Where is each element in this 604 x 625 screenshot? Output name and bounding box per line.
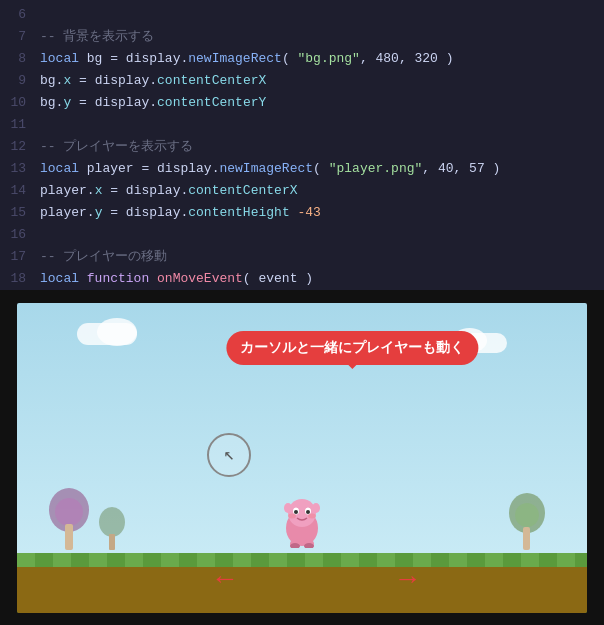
line-content: local player = display.newImageRect( "pl… xyxy=(40,158,604,180)
token: contentCenterX xyxy=(157,73,266,88)
code-line: 17-- プレイヤーの移動 xyxy=(0,246,604,268)
token: "bg.png" xyxy=(297,51,359,66)
cloud-2 xyxy=(97,318,137,346)
token: bg xyxy=(40,95,56,110)
line-number: 8 xyxy=(0,48,40,70)
ground-dirt xyxy=(17,567,587,613)
svg-point-14 xyxy=(284,503,292,513)
token: display xyxy=(95,73,150,88)
line-number: 14 xyxy=(0,180,40,202)
svg-point-13 xyxy=(306,510,310,514)
svg-point-9 xyxy=(288,499,316,527)
token: -- 背景を表示する xyxy=(40,29,154,44)
token: local xyxy=(40,271,87,286)
token: ( xyxy=(282,51,298,66)
line-number: 13 xyxy=(0,158,40,180)
token: = xyxy=(102,205,125,220)
code-editor: 67-- 背景を表示する8local bg = display.newImage… xyxy=(0,0,604,290)
token: bg xyxy=(87,51,103,66)
code-line: 8local bg = display.newImageRect( "bg.pn… xyxy=(0,48,604,70)
line-number: 10 xyxy=(0,92,40,114)
line-content: player.x = display.contentCenterX xyxy=(40,180,604,202)
token: display xyxy=(126,205,181,220)
token: . xyxy=(87,205,95,220)
line-number: 12 xyxy=(0,136,40,158)
token: = xyxy=(71,73,94,88)
code-line: 10bg.y = display.contentCenterY xyxy=(0,92,604,114)
callout-text: カーソルと一緒にプレイヤーも動く xyxy=(240,339,464,355)
svg-point-20 xyxy=(288,513,296,518)
token: local xyxy=(40,161,87,176)
code-line: 9bg.x = display.contentCenterX xyxy=(0,70,604,92)
player-svg xyxy=(281,493,323,548)
callout-bubble: カーソルと一緒にプレイヤーも動く xyxy=(226,331,478,365)
player-character xyxy=(281,493,323,553)
token: . xyxy=(87,183,95,198)
svg-rect-2 xyxy=(65,524,73,550)
ground xyxy=(17,553,587,613)
bg-tree-small xyxy=(97,500,127,555)
code-line: 14player.x = display.contentCenterX xyxy=(0,180,604,202)
line-content: player.y = display.contentHeight -43 xyxy=(40,202,604,224)
token: newImageRect xyxy=(219,161,313,176)
token: = xyxy=(102,51,125,66)
token: display xyxy=(126,51,181,66)
svg-rect-5 xyxy=(523,527,530,550)
token: display xyxy=(157,161,212,176)
cursor-icon: ↖ xyxy=(224,443,235,465)
code-lines: 67-- 背景を表示する8local bg = display.newImage… xyxy=(0,0,604,290)
token: local xyxy=(40,51,87,66)
code-line: 18local function onMoveEvent( event ) xyxy=(0,268,604,290)
line-content: local function onMoveEvent( event ) xyxy=(40,268,604,290)
token: display xyxy=(95,95,150,110)
token: , 480, 320 ) xyxy=(360,51,454,66)
line-number: 18 xyxy=(0,268,40,290)
token: = xyxy=(71,95,94,110)
svg-rect-7 xyxy=(109,534,115,550)
token: , 40, 57 ) xyxy=(422,161,500,176)
token: = xyxy=(134,161,157,176)
token: "player.png" xyxy=(329,161,423,176)
line-number: 9 xyxy=(0,70,40,92)
line-content: -- 背景を表示する xyxy=(40,26,604,48)
svg-point-4 xyxy=(515,503,539,527)
code-line: 15player.y = display.contentHeight -43 xyxy=(0,202,604,224)
ground-grass xyxy=(17,553,587,567)
line-content: local bg = display.newImageRect( "bg.png… xyxy=(40,48,604,70)
token: ( event ) xyxy=(243,271,313,286)
arrow-right-indicator: → xyxy=(399,564,416,595)
token: bg xyxy=(40,73,56,88)
bg-mushroom-right xyxy=(507,485,547,555)
token: contentCenterY xyxy=(157,95,266,110)
svg-point-15 xyxy=(312,503,320,513)
svg-point-12 xyxy=(294,510,298,514)
code-line: 6 xyxy=(0,4,604,26)
game-canvas: カーソルと一緒にプレイヤーも動く ↖ xyxy=(17,303,587,613)
token: contentCenterX xyxy=(188,183,297,198)
line-number: 17 xyxy=(0,246,40,268)
token: contentHeight xyxy=(188,205,289,220)
token: ( xyxy=(313,161,329,176)
svg-point-21 xyxy=(308,513,316,518)
token: . xyxy=(149,73,157,88)
token: player xyxy=(87,161,134,176)
line-content: bg.y = display.contentCenterY xyxy=(40,92,604,114)
code-line: 7-- 背景を表示する xyxy=(0,26,604,48)
token: -43 xyxy=(290,205,321,220)
svg-point-1 xyxy=(55,498,83,526)
code-line: 12-- プレイヤーを表示する xyxy=(0,136,604,158)
code-line: 16 xyxy=(0,224,604,246)
code-line: 11 xyxy=(0,114,604,136)
code-line: 13local player = display.newImageRect( "… xyxy=(0,158,604,180)
token: player xyxy=(40,183,87,198)
cursor-indicator: ↖ xyxy=(207,433,251,477)
arrow-left-indicator: ← xyxy=(217,564,234,595)
token: function xyxy=(87,271,157,286)
token: . xyxy=(149,95,157,110)
game-preview: カーソルと一緒にプレイヤーも動く ↖ xyxy=(0,290,604,625)
line-number: 15 xyxy=(0,202,40,224)
right-arrow-symbol: → xyxy=(399,564,416,595)
token: -- プレイヤーの移動 xyxy=(40,249,167,264)
token: onMoveEvent xyxy=(157,271,243,286)
svg-point-6 xyxy=(99,507,125,537)
